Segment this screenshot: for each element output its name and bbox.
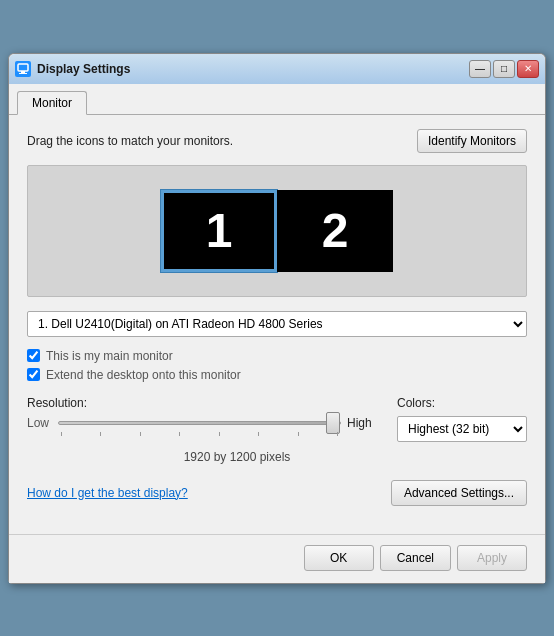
svg-rect-1	[21, 71, 25, 73]
colors-label: Colors:	[397, 396, 527, 410]
window-icon	[15, 61, 31, 77]
monitor-2[interactable]: 2	[277, 190, 393, 272]
high-label: High	[347, 416, 377, 430]
tick-1	[61, 432, 62, 436]
apply-button[interactable]: Apply	[457, 545, 527, 571]
extend-desktop-row: Extend the desktop onto this monitor	[27, 368, 527, 382]
main-monitor-label: This is my main monitor	[46, 349, 173, 363]
main-monitor-checkbox[interactable]	[27, 349, 40, 362]
help-link[interactable]: How do I get the best display?	[27, 486, 188, 500]
ok-button[interactable]: OK	[304, 545, 374, 571]
title-bar: Display Settings — □ ✕	[9, 54, 545, 84]
extend-desktop-checkbox[interactable]	[27, 368, 40, 381]
tick-2	[100, 432, 101, 436]
close-button[interactable]: ✕	[517, 60, 539, 78]
resolution-colors-row: Resolution: Low High Co	[27, 396, 527, 442]
pixel-info: 1920 by 1200 pixels	[0, 450, 527, 464]
tab-bar: Monitor	[9, 84, 545, 115]
monitor-2-label: 2	[322, 203, 349, 258]
monitor-select[interactable]: 1. Dell U2410(Digital) on ATI Radeon HD …	[27, 311, 527, 337]
svg-rect-0	[18, 64, 28, 71]
advanced-settings-button[interactable]: Advanced Settings...	[391, 480, 527, 506]
resolution-section: Resolution: Low High	[27, 396, 377, 436]
tick-4	[179, 432, 180, 436]
main-content: Drag the icons to match your monitors. I…	[9, 115, 545, 534]
identify-monitors-button[interactable]: Identify Monitors	[417, 129, 527, 153]
extend-desktop-label: Extend the desktop onto this monitor	[46, 368, 241, 382]
instruction-text: Drag the icons to match your monitors.	[27, 134, 233, 148]
titlebar-controls: — □ ✕	[469, 60, 539, 78]
tick-5	[219, 432, 220, 436]
tab-monitor[interactable]: Monitor	[17, 91, 87, 115]
maximize-button[interactable]: □	[493, 60, 515, 78]
tick-6	[258, 432, 259, 436]
bottom-buttons: OK Cancel Apply	[9, 534, 545, 583]
colors-section: Colors: Highest (32 bit)	[397, 396, 527, 442]
link-row: How do I get the best display? Advanced …	[27, 480, 527, 506]
monitor-preview-area: 1 2	[27, 165, 527, 297]
monitor-1[interactable]: 1	[161, 190, 277, 272]
checkboxes-section: This is my main monitor Extend the deskt…	[27, 349, 527, 382]
colors-select[interactable]: Highest (32 bit)	[397, 416, 527, 442]
tick-8	[337, 432, 338, 436]
monitor-1-label: 1	[206, 203, 233, 258]
window-title: Display Settings	[37, 62, 469, 76]
low-label: Low	[27, 416, 52, 430]
display-settings-window: Display Settings — □ ✕ Monitor Drag the …	[8, 53, 546, 584]
header-row: Drag the icons to match your monitors. I…	[27, 129, 527, 153]
resolution-slider[interactable]	[58, 421, 341, 425]
slider-row: Low High	[27, 416, 377, 430]
tick-7	[298, 432, 299, 436]
monitor-dropdown-row: 1. Dell U2410(Digital) on ATI Radeon HD …	[27, 311, 527, 337]
resolution-label: Resolution:	[27, 396, 377, 410]
cancel-button[interactable]: Cancel	[380, 545, 451, 571]
tick-3	[140, 432, 141, 436]
minimize-button[interactable]: —	[469, 60, 491, 78]
main-monitor-row: This is my main monitor	[27, 349, 527, 363]
svg-rect-2	[19, 73, 27, 74]
